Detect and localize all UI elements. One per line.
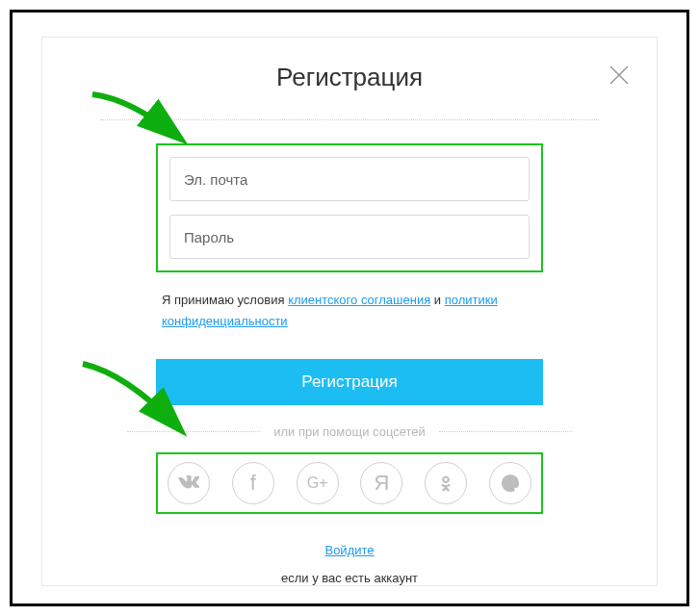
facebook-icon: f xyxy=(250,473,256,494)
register-button[interactable]: Регистрация xyxy=(156,359,543,405)
social-divider-label: или при помощи соцсетей xyxy=(260,424,439,439)
close-icon[interactable] xyxy=(608,64,630,86)
odnoklassniki-icon xyxy=(435,473,456,494)
mailru-icon xyxy=(500,473,521,494)
password-field[interactable] xyxy=(169,215,530,259)
modal-title: Регистрация xyxy=(100,63,599,92)
terms-prefix: Я принимаю условия xyxy=(162,293,288,307)
login-link[interactable]: Войдите xyxy=(156,543,543,557)
frame: Регистрация Я принимаю условия клиентско… xyxy=(10,10,689,606)
social-divider: или при помощи соцсетей xyxy=(127,424,572,439)
social-mailru-button[interactable] xyxy=(489,462,531,504)
credentials-highlight xyxy=(156,143,543,272)
vk-icon xyxy=(178,473,199,494)
divider-line xyxy=(100,119,599,120)
form-area: Я принимаю условия клиентского соглашени… xyxy=(156,143,543,585)
terms-link-agreement[interactable]: клиентского соглашения xyxy=(288,293,430,307)
terms-text: Я принимаю условия клиентского соглашени… xyxy=(162,290,537,332)
has-account-text: если у вас есть аккаунт xyxy=(156,571,543,585)
social-yandex-button[interactable]: Я xyxy=(360,462,402,504)
google-plus-icon: G+ xyxy=(307,475,328,491)
email-field[interactable] xyxy=(169,157,530,201)
social-facebook-button[interactable]: f xyxy=(232,462,274,504)
social-ok-button[interactable] xyxy=(425,462,467,504)
social-vk-button[interactable] xyxy=(168,462,210,504)
yandex-icon: Я xyxy=(374,473,389,494)
registration-modal: Регистрация Я принимаю условия клиентско… xyxy=(41,37,658,586)
terms-mid: и xyxy=(430,293,445,307)
social-google-button[interactable]: G+ xyxy=(297,462,339,504)
social-highlight: f G+ Я xyxy=(156,452,543,514)
